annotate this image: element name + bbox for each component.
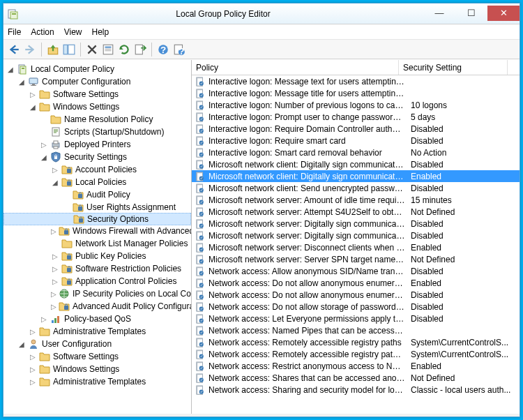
folder-icon xyxy=(39,351,50,362)
refresh-icon[interactable] xyxy=(118,43,130,56)
tree-node[interactable]: Network List Manager Policies xyxy=(3,237,191,250)
policy-row[interactable]: Microsoft network server: Attempt S4U2Se… xyxy=(192,206,520,218)
collapse-icon[interactable] xyxy=(40,153,48,161)
policy-setting: Enabled xyxy=(411,172,520,181)
tree-node[interactable]: Policy-based QoS xyxy=(3,313,191,325)
policy-row[interactable]: Microsoft network server: Digitally sign… xyxy=(192,230,520,241)
policy-name: Interactive logon: Smart card removal be… xyxy=(209,148,411,158)
tree-node[interactable]: User Configuration xyxy=(3,338,191,350)
expand-icon[interactable] xyxy=(51,166,59,174)
policy-row[interactable]: Network access: Named Pipes that can be … xyxy=(192,324,520,336)
policy-row[interactable]: Interactive logon: Message title for use… xyxy=(192,87,520,99)
tree-node[interactable]: Administrative Templates xyxy=(3,325,191,338)
tree-node[interactable]: Name Resolution Policy xyxy=(3,113,191,126)
policy-row[interactable]: Network access: Sharing and security mod… xyxy=(192,384,520,396)
tree-node[interactable]: Security Settings xyxy=(3,151,191,163)
menu-help[interactable]: Help xyxy=(92,27,109,37)
expand-icon[interactable] xyxy=(51,227,56,235)
tree-node[interactable]: Scripts (Startup/Shutdown) xyxy=(3,126,191,138)
tree-node[interactable]: Application Control Policies xyxy=(3,275,191,287)
expand-icon[interactable] xyxy=(51,265,59,273)
collapse-icon[interactable] xyxy=(51,179,59,186)
expand-icon[interactable] xyxy=(51,253,59,260)
expand-icon[interactable] xyxy=(51,290,56,298)
policy-row[interactable]: Interactive logon: Require smart cardDis… xyxy=(192,135,520,147)
policy-row[interactable]: Network access: Do not allow anonymous e… xyxy=(192,289,520,301)
show-hide-tree-icon[interactable] xyxy=(63,43,75,56)
secf-icon xyxy=(73,202,84,213)
policy-row[interactable]: Network access: Do not allow storage of … xyxy=(192,301,520,313)
policy-row[interactable]: Microsoft network client: Digitally sign… xyxy=(192,158,520,170)
minimize-button[interactable]: — xyxy=(423,6,455,21)
forward-icon[interactable] xyxy=(24,43,36,56)
policy-row[interactable]: Interactive logon: Number of previous lo… xyxy=(192,99,520,111)
policy-row[interactable]: Microsoft network client: Send unencrypt… xyxy=(192,182,520,194)
expand-icon[interactable] xyxy=(29,366,37,373)
policy-row[interactable]: Interactive logon: Message text for user… xyxy=(192,75,520,87)
tree-node[interactable]: Security Options xyxy=(3,213,191,225)
policy-row[interactable]: Network access: Remotely accessible regi… xyxy=(192,348,520,360)
menu-file[interactable]: File xyxy=(8,27,21,37)
export-list-icon[interactable] xyxy=(134,43,146,56)
help-icon[interactable]: ? xyxy=(157,43,169,56)
tree-node[interactable]: Account Policies xyxy=(3,163,191,176)
policy-name: Interactive logon: Message title for use… xyxy=(209,89,411,98)
tree-node[interactable]: Software Settings xyxy=(3,88,191,100)
collapse-icon[interactable] xyxy=(29,103,37,111)
tree-node[interactable]: Audit Policy xyxy=(3,188,191,201)
expand-icon[interactable] xyxy=(29,378,37,386)
tree-node[interactable]: IP Security Policies on Local Com xyxy=(3,287,191,300)
collapse-icon[interactable] xyxy=(17,78,26,86)
expand-icon[interactable] xyxy=(40,141,48,149)
policy-row[interactable]: Interactive logon: Prompt user to change… xyxy=(192,111,520,123)
expand-icon[interactable] xyxy=(51,278,59,285)
tree-node[interactable]: Software Settings xyxy=(3,350,191,363)
policy-row[interactable]: Microsoft network server: Digitally sign… xyxy=(192,218,520,230)
delete-icon[interactable] xyxy=(86,43,98,56)
expand-icon[interactable] xyxy=(51,303,56,310)
back-icon[interactable] xyxy=(8,43,20,56)
expand-icon[interactable] xyxy=(40,315,48,323)
tree-node[interactable]: Windows Settings xyxy=(3,100,191,113)
tree-node[interactable]: User Rights Assignment xyxy=(3,201,191,213)
column-policy[interactable]: Policy xyxy=(192,60,399,75)
expand-icon[interactable] xyxy=(29,328,37,336)
tree-node[interactable]: Deployed Printers xyxy=(3,138,191,151)
tree-node[interactable]: Administrative Templates xyxy=(3,375,191,388)
tree-node[interactable]: Windows Firewall with Advanced xyxy=(3,225,191,237)
help-topic-icon[interactable]: ? xyxy=(173,43,185,56)
expand-icon[interactable] xyxy=(29,91,37,98)
column-security-setting[interactable]: Security Setting xyxy=(399,60,508,75)
tree-pane[interactable]: Local Computer PolicyComputer Configurat… xyxy=(3,60,192,414)
policy-row[interactable]: Network access: Let Everyone permissions… xyxy=(192,313,520,324)
policy-row[interactable]: Interactive logon: Require Domain Contro… xyxy=(192,123,520,135)
policy-row[interactable]: Microsoft network server: Server SPN tar… xyxy=(192,253,520,265)
policy-row[interactable]: Microsoft network server: Amount of idle… xyxy=(192,194,520,206)
close-button[interactable]: ✕ xyxy=(487,6,520,21)
list-body[interactable]: Interactive logon: Message text for user… xyxy=(192,75,520,414)
policy-row[interactable]: Network access: Remotely accessible regi… xyxy=(192,336,520,348)
menu-action[interactable]: Action xyxy=(31,27,54,37)
policy-row[interactable]: Network access: Do not allow anonymous e… xyxy=(192,277,520,289)
policy-row[interactable]: Network access: Allow anonymous SID/Name… xyxy=(192,265,520,277)
titlebar[interactable]: Local Group Policy Editor — ☐ ✕ xyxy=(3,3,520,24)
policy-row[interactable]: Microsoft network server: Disconnect cli… xyxy=(192,241,520,253)
maximize-button[interactable]: ☐ xyxy=(455,6,487,21)
tree-node[interactable]: Advanced Audit Policy Configura xyxy=(3,300,191,313)
policy-row[interactable]: Network access: Restrict anonymous acces… xyxy=(192,360,520,372)
tree-node[interactable]: Local Policies xyxy=(3,176,191,188)
tree-node[interactable]: Software Restriction Policies xyxy=(3,262,191,275)
expand-icon[interactable] xyxy=(29,353,37,361)
policy-row[interactable]: Interactive logon: Smart card removal be… xyxy=(192,147,520,158)
tree-node[interactable]: Windows Settings xyxy=(3,363,191,375)
up-level-icon[interactable] xyxy=(47,43,59,56)
collapse-icon[interactable] xyxy=(6,66,15,73)
policy-row[interactable]: Microsoft network client: Digitally sign… xyxy=(192,170,520,182)
menu-view[interactable]: View xyxy=(64,27,82,37)
tree-node[interactable]: Public Key Policies xyxy=(3,250,191,262)
collapse-icon[interactable] xyxy=(17,340,26,348)
policy-row[interactable]: Network access: Shares that can be acces… xyxy=(192,372,520,384)
tree-node[interactable]: Computer Configuration xyxy=(3,75,191,88)
properties-icon[interactable] xyxy=(102,43,114,56)
tree-node[interactable]: Local Computer Policy xyxy=(3,63,191,75)
